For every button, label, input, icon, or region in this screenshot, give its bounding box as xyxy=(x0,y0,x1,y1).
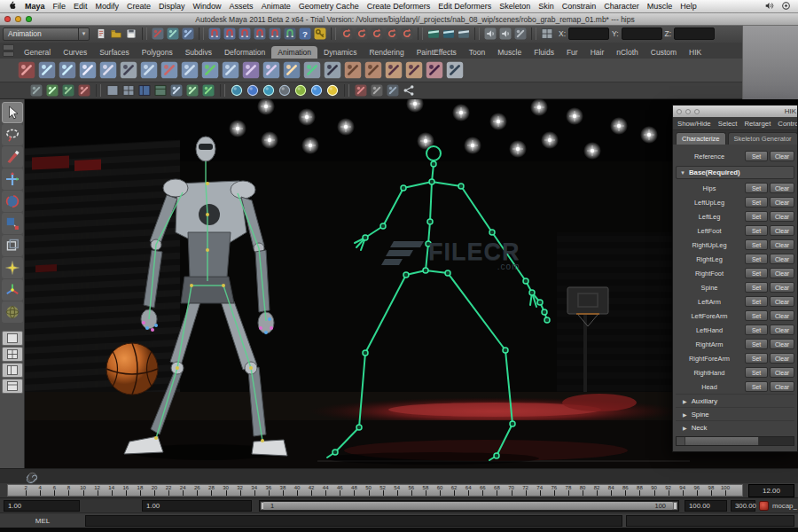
window-close-button[interactable] xyxy=(4,16,11,22)
scale-tool[interactable] xyxy=(2,213,23,234)
texture-display-icon[interactable] xyxy=(326,84,339,97)
connect-joint-icon[interactable] xyxy=(140,61,158,79)
panel-minimize-button[interactable] xyxy=(685,109,691,114)
window-zoom-button[interactable] xyxy=(26,16,32,22)
menu-muscle[interactable]: Muscle xyxy=(647,2,673,11)
shaded-view-icon[interactable] xyxy=(186,84,199,97)
shelf-tab-rendering[interactable]: Rendering xyxy=(363,46,410,59)
persp-outliner-layout[interactable] xyxy=(2,363,23,378)
clear-button-rightforearm[interactable]: Clear xyxy=(770,353,794,364)
bind-skin-icon[interactable] xyxy=(344,61,362,79)
last-tool-used[interactable] xyxy=(2,301,23,323)
soft-modification-tool[interactable] xyxy=(2,257,23,278)
menu-constrain[interactable]: Constrain xyxy=(562,2,597,11)
shelf-tab-polygons[interactable]: Polygons xyxy=(136,46,179,59)
set-button-head[interactable]: Set xyxy=(745,381,768,392)
bounding-box-icon[interactable] xyxy=(278,84,291,97)
shelf-tab-curves[interactable]: Curves xyxy=(57,46,93,59)
ipr-render-icon[interactable] xyxy=(442,27,455,40)
base-required-section-header[interactable]: ▼ Base(Required) xyxy=(676,166,794,179)
menu-display[interactable]: Display xyxy=(159,2,185,11)
render-view-panel-icon[interactable] xyxy=(170,84,183,97)
range-slider-bar[interactable]: 1 100 xyxy=(263,502,673,510)
menu-animate[interactable]: Animate xyxy=(262,2,291,11)
snap-curve-icon[interactable] xyxy=(223,27,236,40)
volume-icon[interactable] xyxy=(764,1,774,12)
default-light-icon[interactable] xyxy=(294,84,307,97)
horizontal-scrollbar[interactable] xyxy=(676,436,794,446)
shelf-tab-toon[interactable]: Toon xyxy=(463,46,491,59)
menu-help[interactable]: Help xyxy=(680,2,697,11)
shelf-tab-subdivs[interactable]: Subdivs xyxy=(179,46,218,59)
shelf-tab-deformation[interactable]: Deformation xyxy=(218,46,271,59)
history-connections-icon[interactable] xyxy=(371,27,383,40)
shelf-tab-hik[interactable]: HIK xyxy=(683,46,708,59)
shelf-tab-muscle[interactable]: Muscle xyxy=(491,46,528,59)
full-body-ik-icon[interactable] xyxy=(303,61,321,79)
select-tool[interactable] xyxy=(2,102,23,123)
scroll-left-arrow[interactable] xyxy=(677,437,685,445)
new-scene-icon[interactable] xyxy=(95,27,107,40)
menu-create[interactable]: Create xyxy=(127,2,151,11)
scroll-thumb[interactable] xyxy=(685,437,759,445)
grid-display-icon[interactable] xyxy=(371,84,383,97)
animation-start-field[interactable]: 1.00 xyxy=(4,500,80,512)
menu-window[interactable]: Window xyxy=(193,2,222,11)
set-button-leftupleg[interactable]: Set xyxy=(745,197,768,207)
panel-close-button[interactable] xyxy=(677,109,682,114)
detach-skin-icon[interactable] xyxy=(364,61,382,79)
clear-button-head[interactable]: Clear xyxy=(770,381,794,392)
four-pane-icon[interactable] xyxy=(122,84,135,97)
shelf-tab-fur[interactable]: Fur xyxy=(560,46,584,59)
human-figure-icon[interactable] xyxy=(120,61,137,79)
graph-editor-icon[interactable] xyxy=(62,84,74,97)
absolute-transform-icon[interactable] xyxy=(541,27,553,40)
panel-menu-select[interactable]: Select xyxy=(718,120,738,128)
range-slider-track[interactable]: 1 100 xyxy=(259,500,679,512)
current-time-field[interactable]: 12.00 xyxy=(748,484,794,497)
persp-outliner-icon[interactable] xyxy=(138,84,151,97)
playback-start-field[interactable]: 1.00 xyxy=(142,500,252,512)
window-titlebar[interactable]: Autodesk Maya 2011 Beta 2 x64 - Trial Ve… xyxy=(0,13,798,26)
set-button-leftfoot[interactable]: Set xyxy=(745,225,768,236)
select-component-icon[interactable] xyxy=(182,27,194,40)
command-result[interactable] xyxy=(626,515,794,527)
clear-button-leftleg[interactable]: Clear xyxy=(770,211,794,222)
clear-button-leftforearm[interactable]: Clear xyxy=(770,310,794,321)
clear-button-leftupleg[interactable]: Clear xyxy=(770,197,794,207)
set-button-leftforearm[interactable]: Set xyxy=(745,310,768,321)
quick-help-icon[interactable]: ? xyxy=(299,27,311,40)
script-editor-icon[interactable] xyxy=(514,27,527,40)
menu-modify[interactable]: Modify xyxy=(96,2,120,11)
shelf-tab-dynamics[interactable]: Dynamics xyxy=(317,46,363,59)
snap-together-icon[interactable] xyxy=(30,84,43,97)
reference-clear-button[interactable]: Clear xyxy=(770,151,794,161)
hypergraph-persp-layout[interactable] xyxy=(2,379,23,394)
menu-assets[interactable]: Assets xyxy=(230,2,254,11)
show-manipulator-tool[interactable] xyxy=(2,279,23,301)
range-end-handle[interactable] xyxy=(673,502,677,510)
shelf-tab-surfaces[interactable]: Surfaces xyxy=(93,46,136,59)
universal-manipulator-tool[interactable] xyxy=(2,235,23,256)
xray-icon[interactable] xyxy=(262,84,275,97)
enable-ik-solver-icon[interactable] xyxy=(283,61,301,79)
clear-button-rightarm[interactable]: Clear xyxy=(770,339,794,349)
clear-button-leftfoot[interactable]: Clear xyxy=(770,225,794,236)
clear-button-lefthand[interactable]: Clear xyxy=(770,325,794,335)
set-button-righthand[interactable]: Set xyxy=(745,367,768,378)
set-preferred-angle-icon[interactable] xyxy=(242,61,260,79)
single-pane-icon[interactable] xyxy=(106,84,119,97)
snap-point-icon[interactable] xyxy=(239,27,251,40)
four-pane-layout[interactable] xyxy=(2,347,23,362)
menu-geometry-cache[interactable]: Geometry Cache xyxy=(299,2,359,11)
menu-character[interactable]: Character xyxy=(604,2,639,11)
clear-button-rightupleg[interactable]: Clear xyxy=(770,239,794,250)
menu-create-deformers[interactable]: Create Deformers xyxy=(367,2,431,11)
shelf-tab-ncloth[interactable]: nCloth xyxy=(610,46,645,59)
selection-mask-icon[interactable] xyxy=(386,27,398,40)
section-auxiliary[interactable]: ▶Auxiliary xyxy=(676,394,794,407)
clear-button-righthand[interactable]: Clear xyxy=(770,367,794,378)
output-connections-icon[interactable] xyxy=(356,27,368,40)
character-set-selector[interactable]: mocap_ xyxy=(772,502,797,510)
window-minimize-button[interactable] xyxy=(15,16,21,22)
